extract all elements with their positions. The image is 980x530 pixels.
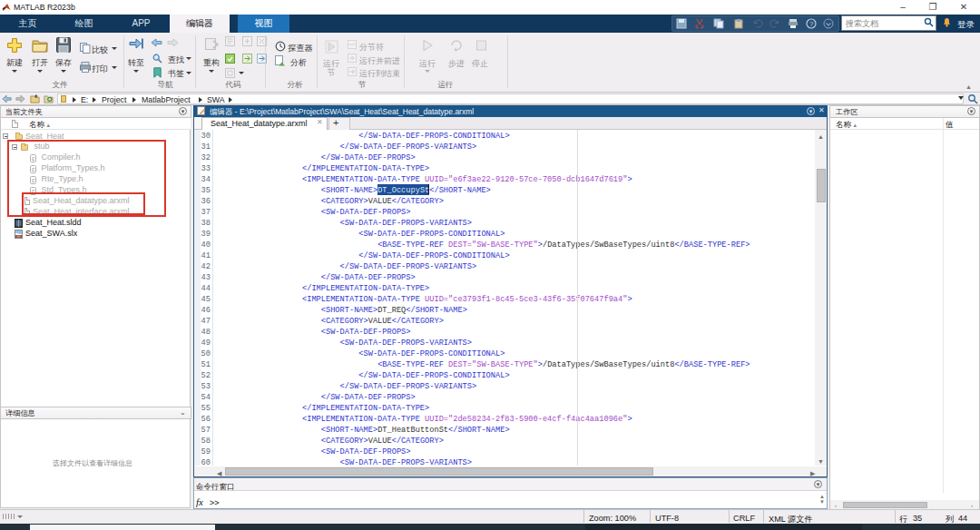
svg-text:?: ? xyxy=(809,20,814,28)
